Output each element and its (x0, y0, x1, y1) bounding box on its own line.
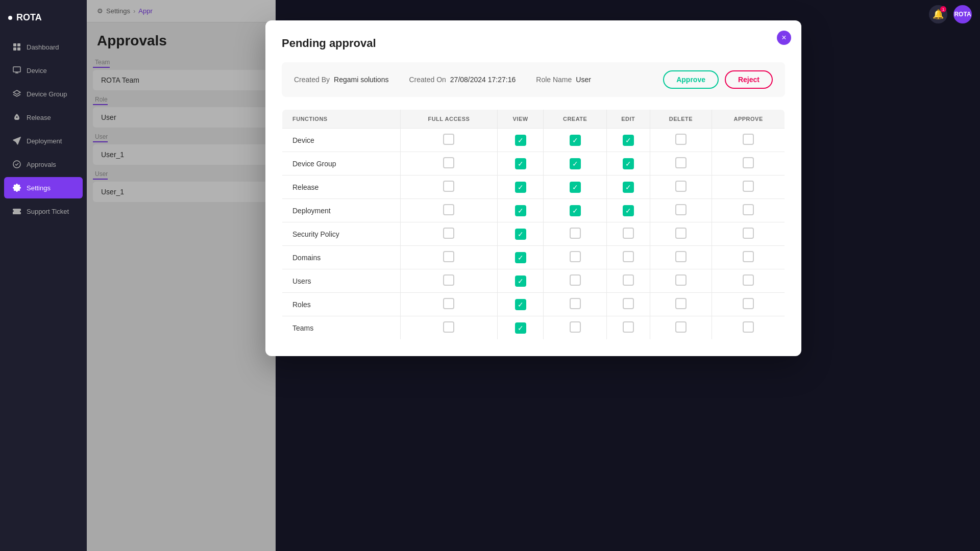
col-full-access: FULL ACCESS (400, 110, 497, 129)
table-row: Release✓✓✓ (282, 176, 785, 199)
perm-edit (606, 246, 650, 269)
perm-approve (712, 152, 785, 176)
perm-delete (650, 293, 712, 316)
unchecked-icon (675, 274, 687, 286)
unchecked-icon (743, 204, 754, 215)
unchecked-icon (743, 274, 754, 286)
sidebar-label: Deployment (27, 137, 62, 145)
checked-icon: ✓ (515, 299, 526, 310)
app-logo: ROTA (0, 8, 87, 35)
unchecked-icon (623, 228, 634, 239)
checked-icon: ✓ (515, 252, 526, 263)
close-button[interactable]: × (777, 31, 791, 45)
perm-full (400, 176, 497, 199)
role-name-value: User (576, 76, 591, 84)
ticket-icon (12, 207, 21, 216)
role-name-item: Role Name User (536, 76, 591, 84)
perm-view: ✓ (497, 316, 543, 340)
settings-icon (12, 183, 21, 192)
table-row: Device✓✓✓ (282, 129, 785, 152)
created-on-value: 27/08/2024 17:27:16 (450, 76, 516, 84)
unchecked-icon (570, 298, 581, 309)
function-name: Release (282, 176, 401, 199)
unchecked-icon (443, 181, 454, 192)
perm-delete (650, 269, 712, 293)
perm-delete (650, 176, 712, 199)
sidebar-label: Support Ticket (27, 208, 69, 215)
col-view: VIEW (497, 110, 543, 129)
pending-approval-modal: Pending approval × Created By Regami sol… (265, 20, 801, 356)
col-edit: EDIT (606, 110, 650, 129)
perm-create (544, 316, 607, 340)
col-approve: APPROVE (712, 110, 785, 129)
grid-icon (12, 42, 21, 52)
checked-icon: ✓ (515, 276, 526, 287)
perm-approve (712, 246, 785, 269)
sidebar-label: Device (27, 67, 47, 74)
perm-edit (606, 222, 650, 246)
notification-button[interactable]: 🔔 1 (929, 5, 947, 23)
perm-edit (606, 316, 650, 340)
checked-icon: ✓ (570, 205, 581, 216)
perm-full (400, 246, 497, 269)
checked-icon: ✓ (515, 182, 526, 193)
unchecked-icon (443, 228, 454, 239)
col-create: CREATE (544, 110, 607, 129)
sidebar-item-release[interactable]: Release (4, 107, 83, 128)
sidebar-item-support[interactable]: Support Ticket (4, 201, 83, 222)
sidebar-item-dashboard[interactable]: Dashboard (4, 36, 83, 58)
perm-view: ✓ (497, 246, 543, 269)
perm-delete (650, 222, 712, 246)
sidebar-item-deployment[interactable]: Deployment (4, 130, 83, 152)
perm-full (400, 199, 497, 222)
checked-icon: ✓ (515, 322, 526, 334)
unchecked-icon (443, 204, 454, 215)
perm-create: ✓ (544, 199, 607, 222)
perm-delete (650, 129, 712, 152)
created-on-label: Created On (409, 76, 446, 84)
send-icon (12, 136, 21, 145)
perm-edit: ✓ (606, 199, 650, 222)
unchecked-icon (570, 251, 581, 262)
perm-create: ✓ (544, 176, 607, 199)
unchecked-icon (570, 274, 581, 286)
notification-badge: 1 (940, 6, 946, 12)
sidebar-item-settings[interactable]: Settings (4, 177, 83, 198)
layers-icon (12, 89, 21, 98)
sidebar-item-approvals[interactable]: Approvals (4, 154, 83, 175)
checked-icon: ✓ (570, 135, 581, 146)
table-row: Teams✓ (282, 316, 785, 340)
perm-edit: ✓ (606, 129, 650, 152)
checked-icon: ✓ (570, 158, 581, 169)
unchecked-icon (743, 157, 754, 168)
perm-view: ✓ (497, 269, 543, 293)
modal-meta: Created By Regami solutions Created On 2… (282, 62, 785, 97)
perm-view: ✓ (497, 222, 543, 246)
unchecked-icon (675, 298, 687, 309)
function-name: Teams (282, 316, 401, 340)
logo-icon (8, 16, 12, 20)
perm-view: ✓ (497, 199, 543, 222)
perm-full (400, 293, 497, 316)
unchecked-icon (675, 204, 687, 215)
created-by-value: Regami solutions (334, 76, 388, 84)
function-name: Users (282, 269, 401, 293)
role-name-label: Role Name (536, 76, 572, 84)
perm-delete (650, 316, 712, 340)
function-name: Roles (282, 293, 401, 316)
checked-icon: ✓ (515, 205, 526, 216)
sidebar-label: Release (27, 114, 51, 121)
unchecked-icon (443, 251, 454, 262)
perm-create: ✓ (544, 129, 607, 152)
reject-button[interactable]: Reject (725, 70, 773, 89)
modal-overlay: Pending approval × Created By Regami sol… (87, 0, 980, 551)
sidebar-item-device[interactable]: Device (4, 60, 83, 81)
checked-icon: ✓ (623, 158, 634, 169)
avatar[interactable]: ROTA (953, 5, 972, 23)
unchecked-icon (743, 181, 754, 192)
unchecked-icon (675, 181, 687, 192)
close-icon: × (781, 33, 786, 42)
approve-button[interactable]: Approve (663, 70, 719, 89)
checked-icon: ✓ (623, 135, 634, 146)
sidebar-item-device-group[interactable]: Device Group (4, 83, 83, 105)
